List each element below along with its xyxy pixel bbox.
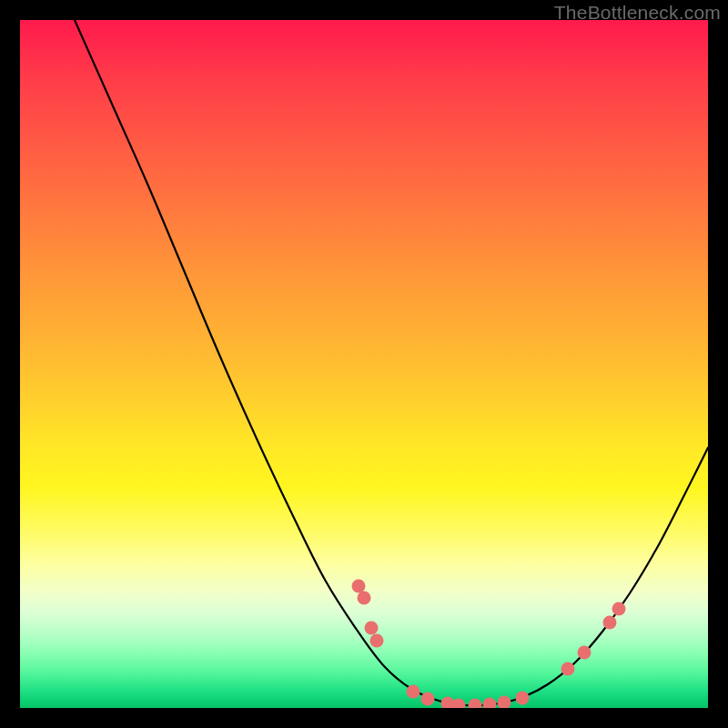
- data-point: [370, 634, 384, 648]
- plot-area: [20, 20, 708, 708]
- data-point: [483, 698, 497, 709]
- data-point: [365, 622, 379, 635]
- curve-layer: [20, 20, 708, 708]
- data-point: [612, 602, 626, 616]
- data-point: [578, 646, 592, 660]
- data-point: [516, 692, 530, 705]
- data-point: [561, 662, 575, 676]
- data-point: [603, 616, 617, 630]
- data-point: [352, 580, 366, 593]
- data-point: [469, 699, 482, 709]
- data-point: [498, 696, 511, 709]
- chart-frame: TheBottleneck.com: [0, 0, 728, 728]
- data-point: [452, 699, 466, 709]
- data-point: [358, 592, 371, 605]
- data-point: [407, 685, 420, 699]
- data-points-group: [352, 580, 626, 709]
- data-point: [421, 693, 435, 706]
- watermark-text: TheBottleneck.com: [554, 2, 721, 24]
- bottleneck-curve: [75, 20, 708, 705]
